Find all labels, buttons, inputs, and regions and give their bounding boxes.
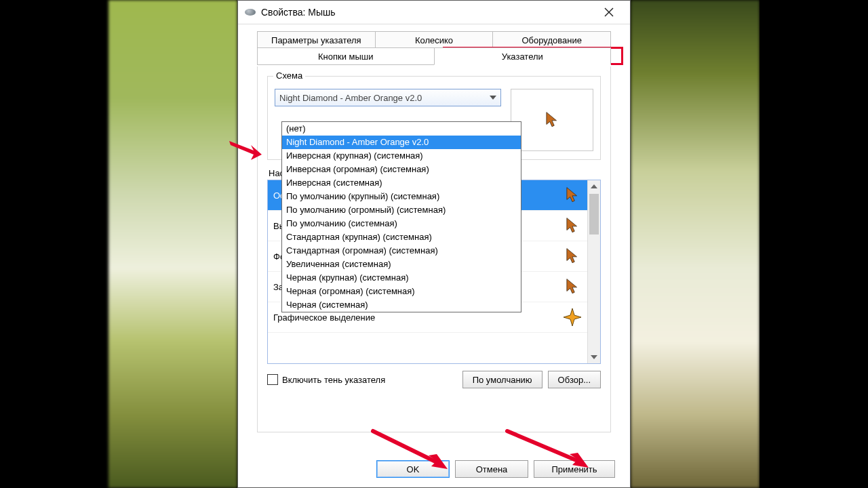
ok-button[interactable]: OK — [376, 460, 450, 478]
tab-strip: Параметры указателя Колесико Оборудовани… — [248, 31, 620, 66]
scheme-option[interactable]: Черная (системная) — [282, 298, 521, 312]
scheme-group: Схема Night Diamond - Amber Orange v2.0 … — [267, 76, 601, 160]
cursor-preview — [511, 89, 593, 151]
scheme-option[interactable]: Стандартная (огромная) (системная) — [282, 244, 521, 258]
tab-panel-pointers: Схема Night Diamond - Amber Orange v2.0 … — [257, 66, 611, 432]
cursor-icon — [563, 216, 582, 235]
cancel-button[interactable]: Отмена — [455, 460, 528, 478]
precision-icon — [563, 308, 582, 327]
mouse-properties-window: Свойства: Мышь Параметры указателя Колес… — [237, 0, 631, 488]
scrollbar[interactable] — [587, 180, 600, 363]
scheme-option[interactable]: Night Diamond - Amber Orange v2.0 — [282, 136, 521, 149]
apply-button[interactable]: Применить — [534, 460, 615, 478]
tab-buttons[interactable]: Кнопки мыши — [257, 47, 435, 65]
scheme-option[interactable]: Увеличенная (системная) — [282, 258, 521, 271]
scheme-selected: Night Diamond - Amber Orange v2.0 — [279, 93, 422, 103]
cursor-item-label: Графическое выделение — [273, 312, 375, 323]
scheme-option[interactable]: Черная (огромная) (системная) — [282, 285, 521, 298]
scheme-option[interactable]: Инверсная (огромная) (системная) — [282, 163, 521, 176]
scheme-option[interactable]: По умолчанию (огромный) (системная) — [282, 203, 521, 217]
scheme-option[interactable]: Черная (крупная) (системная) — [282, 271, 521, 285]
default-button[interactable]: По умолчанию — [462, 371, 542, 388]
cursor-icon — [563, 277, 582, 296]
mouse-icon — [245, 9, 256, 16]
cursor-icon — [563, 186, 582, 205]
scheme-dropdown-list[interactable]: (нет)Night Diamond - Amber Orange v2.0Ин… — [281, 121, 521, 312]
shadow-checkbox[interactable] — [267, 374, 278, 385]
scheme-combobox[interactable]: Night Diamond - Amber Orange v2.0 — [275, 89, 501, 106]
scheme-option[interactable]: (нет) — [282, 122, 521, 136]
scheme-option[interactable]: Инверсная (крупная) (системная) — [282, 149, 521, 163]
scheme-option[interactable]: Стандартная (крупная) (системная) — [282, 230, 521, 244]
window-title: Свойства: Мышь — [261, 7, 336, 18]
cursor-icon — [543, 111, 561, 129]
tab-pointers[interactable]: Указатели — [434, 47, 612, 65]
scheme-option[interactable]: По умолчанию (крупный) (системная) — [282, 190, 521, 203]
cursor-icon — [563, 247, 582, 266]
tab-pointer-options[interactable]: Параметры указателя — [257, 31, 376, 49]
scroll-up-icon[interactable] — [588, 180, 600, 192]
scheme-option[interactable]: По умолчанию (системная) — [282, 217, 521, 230]
scheme-group-label: Схема — [273, 70, 305, 81]
scroll-down-icon[interactable] — [588, 351, 600, 363]
titlebar[interactable]: Свойства: Мышь — [238, 1, 630, 24]
chevron-down-icon — [487, 91, 499, 104]
scheme-option[interactable]: Инверсная (системная) — [282, 176, 521, 190]
close-button[interactable] — [595, 3, 623, 22]
scroll-thumb[interactable] — [589, 194, 599, 235]
shadow-checkbox-label: Включить тень указателя — [282, 375, 385, 385]
browse-button[interactable]: Обзор... — [548, 371, 601, 388]
